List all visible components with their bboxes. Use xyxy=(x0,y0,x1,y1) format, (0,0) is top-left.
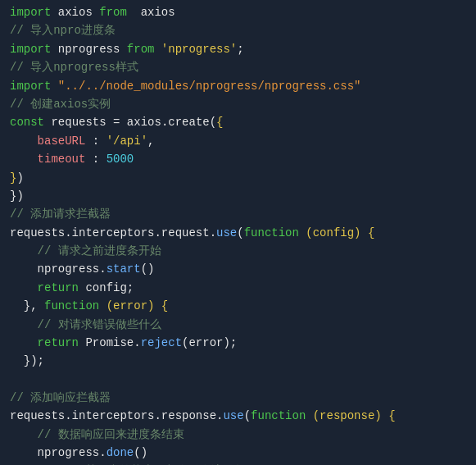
code-line: import nprogress from 'nprogress'; xyxy=(0,40,476,58)
code-token: const xyxy=(10,116,51,129)
code-token: // 创建axios实例 xyxy=(10,98,111,111)
code-line: }) xyxy=(0,187,476,205)
code-line: // 对请求错误做些什么 xyxy=(0,316,476,334)
code-token: { xyxy=(216,116,223,129)
code-token: .create( xyxy=(161,116,216,129)
code-token: function xyxy=(251,409,313,422)
code-line: const requests = axios.create({ xyxy=(0,113,476,131)
code-token: : xyxy=(93,153,107,166)
code-line: // 导入npro进度条 xyxy=(0,21,476,39)
code-line: }, function (error) { xyxy=(0,297,476,315)
code-line: requests.interceptors.request.use(functi… xyxy=(0,224,476,242)
code-token: () xyxy=(134,446,147,459)
code-token: // 数据响应回来进度条结束 xyxy=(10,428,184,441)
code-token: Promise. xyxy=(85,336,140,349)
code-line: nprogress.start() xyxy=(0,260,476,278)
code-token: // 对请求错误做些什么 xyxy=(10,318,161,331)
code-token: }); xyxy=(10,354,44,367)
code-token: timeout xyxy=(10,153,93,166)
code-token: axios xyxy=(134,6,175,19)
code-line: // 请求之前进度条开始 xyxy=(0,242,476,260)
code-token: // 导入npro进度条 xyxy=(10,24,116,37)
code-token: 'nprogress' xyxy=(161,43,237,56)
code-token: requests xyxy=(10,409,65,422)
code-token: axios xyxy=(58,6,93,19)
code-token: '/api' xyxy=(107,134,147,148)
code-token: return xyxy=(10,281,85,294)
code-line xyxy=(0,371,476,389)
code-token: done xyxy=(107,446,134,459)
code-line: timeout : 5000 xyxy=(0,150,476,168)
code-token: ) xyxy=(16,171,23,185)
code-token: return xyxy=(10,336,85,349)
code-line: // 添加响应拦截器 xyxy=(0,389,476,407)
code-line: // 创建axios实例 xyxy=(0,95,476,113)
code-token: { xyxy=(388,409,395,422)
code-token: ; xyxy=(237,43,243,56)
code-token: use xyxy=(216,226,237,239)
code-line: }); xyxy=(0,352,476,370)
code-line: import axios from axios xyxy=(0,3,476,21)
code-token: (error) xyxy=(107,299,161,312)
code-token: // 导入nprogress样式 xyxy=(10,61,138,74)
code-token: from xyxy=(93,6,134,19)
code-token: }, xyxy=(10,299,44,312)
code-token: baseURL xyxy=(10,134,93,148)
code-token: ( xyxy=(237,226,243,239)
code-line: // ... 其用中的状态码都会触发该函数 xyxy=(0,462,476,465)
code-token: }) xyxy=(10,189,24,203)
code-token: reject xyxy=(141,336,182,349)
code-line: return Promise.reject(error); xyxy=(0,334,476,352)
code-token: import xyxy=(10,43,58,56)
code-editor: import axios from axios// 导入npro进度条impor… xyxy=(0,0,476,465)
code-token: from xyxy=(120,43,161,56)
code-token: , xyxy=(147,134,154,148)
code-line: // 数据响应回来进度条结束 xyxy=(0,426,476,444)
code-token: : xyxy=(93,134,107,148)
code-token: .interceptors.request. xyxy=(65,226,216,239)
code-token: function xyxy=(44,299,107,312)
code-token: (error); xyxy=(182,336,237,349)
code-line: return config; xyxy=(0,279,476,297)
code-token: = xyxy=(113,116,127,129)
code-line: import "../../node_modules/nprogress/npr… xyxy=(0,77,476,95)
code-token: axios xyxy=(127,116,161,129)
code-token: 5000 xyxy=(107,153,134,166)
code-token: requests xyxy=(51,116,113,129)
code-line: nprogress.done() xyxy=(0,444,476,462)
code-token: .interceptors.response. xyxy=(65,409,223,422)
code-token: nprogress. xyxy=(10,446,107,459)
code-line: }) xyxy=(0,169,476,187)
code-token: (response) xyxy=(313,409,388,422)
code-token: // 添加响应拦截器 xyxy=(10,391,111,404)
code-line: // 导入nprogress样式 xyxy=(0,58,476,76)
code-line: // 添加请求拦截器 xyxy=(0,205,476,223)
code-token: { xyxy=(161,299,168,312)
code-token: ( xyxy=(244,409,251,422)
code-token: // 请求之前进度条开始 xyxy=(10,244,161,258)
code-token: nprogress xyxy=(58,43,120,56)
code-line: requests.interceptors.response.use(funct… xyxy=(0,407,476,425)
code-token: requests xyxy=(10,226,65,239)
code-token: nprogress. xyxy=(10,262,107,276)
code-token: import xyxy=(10,80,58,93)
code-token: import xyxy=(10,6,58,19)
code-token: use xyxy=(223,409,243,422)
code-token: () xyxy=(141,262,155,276)
code-token: function xyxy=(244,226,306,239)
code-line: baseURL : '/api', xyxy=(0,132,476,150)
code-token: // 添加请求拦截器 xyxy=(10,207,111,221)
code-token: start xyxy=(107,262,141,276)
code-token: config; xyxy=(85,281,134,294)
code-token: (config) xyxy=(306,226,368,239)
code-token: "../../node_modules/nprogress/nprogress.… xyxy=(58,80,361,93)
code-token: { xyxy=(368,226,374,239)
